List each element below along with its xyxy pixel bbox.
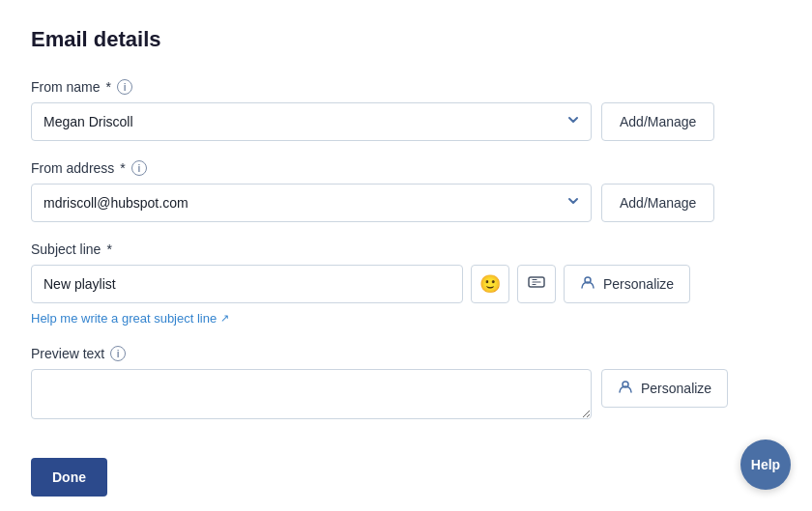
help-write-link[interactable]: Help me write a great subject line ↗	[31, 311, 229, 326]
subject-line-group: Subject line * 🙂	[31, 241, 781, 326]
from-name-required: *	[106, 79, 111, 95]
preview-text-group: Preview text i Personalize	[31, 346, 781, 419]
from-address-label: From address * i	[31, 160, 781, 176]
emoji-icon: 🙂	[479, 273, 501, 295]
tokens-icon	[528, 273, 545, 296]
preview-personalize-icon	[618, 380, 633, 398]
preview-text-label: Preview text i	[31, 346, 781, 361]
from-name-group: From name * i Megan Driscoll Add/Manage	[31, 79, 781, 141]
from-name-info-icon[interactable]: i	[117, 79, 132, 95]
subject-personalize-button[interactable]: Personalize	[564, 265, 690, 303]
page-title: Email details	[31, 27, 781, 52]
from-name-add-manage-button[interactable]: Add/Manage	[601, 102, 714, 141]
preview-text-textarea[interactable]	[31, 369, 592, 419]
from-name-label-text: From name	[31, 79, 101, 95]
subject-line-label-text: Subject line	[31, 241, 101, 257]
from-address-info-icon[interactable]: i	[131, 160, 147, 176]
from-name-label: From name * i	[31, 79, 781, 95]
subject-personalize-label: Personalize	[603, 276, 674, 292]
emoji-button[interactable]: 🙂	[471, 265, 509, 303]
from-address-select-wrapper: mdriscoll@hubspot.com	[31, 184, 592, 222]
preview-personalize-label: Personalize	[641, 381, 711, 396]
help-write-link-text: Help me write a great subject line	[31, 311, 217, 326]
tokens-button[interactable]	[517, 265, 556, 303]
from-address-add-manage-button[interactable]: Add/Manage	[601, 184, 714, 222]
from-address-required: *	[120, 160, 125, 176]
from-address-label-text: From address	[31, 160, 114, 176]
subject-personalize-icon	[580, 275, 595, 294]
from-name-input-row: Megan Driscoll Add/Manage	[31, 102, 781, 141]
from-name-select[interactable]: Megan Driscoll	[31, 102, 592, 141]
preview-text-info-icon[interactable]: i	[110, 346, 126, 361]
done-button[interactable]: Done	[31, 458, 107, 497]
subject-line-required: *	[106, 241, 111, 257]
preview-text-input-row: Personalize	[31, 369, 781, 419]
from-name-select-wrapper: Megan Driscoll	[31, 102, 592, 141]
from-address-group: From address * i mdriscoll@hubspot.com A…	[31, 160, 781, 222]
external-link-icon: ↗	[220, 312, 229, 325]
subject-line-label: Subject line *	[31, 241, 781, 257]
subject-line-input-row: 🙂 Personalize	[31, 265, 781, 303]
subject-line-input[interactable]	[31, 265, 463, 303]
from-address-select[interactable]: mdriscoll@hubspot.com	[31, 184, 592, 222]
from-address-input-row: mdriscoll@hubspot.com Add/Manage	[31, 184, 781, 222]
help-fab-button[interactable]: Help	[740, 440, 791, 490]
preview-personalize-button[interactable]: Personalize	[601, 369, 728, 408]
preview-text-label-text: Preview text	[31, 346, 104, 361]
